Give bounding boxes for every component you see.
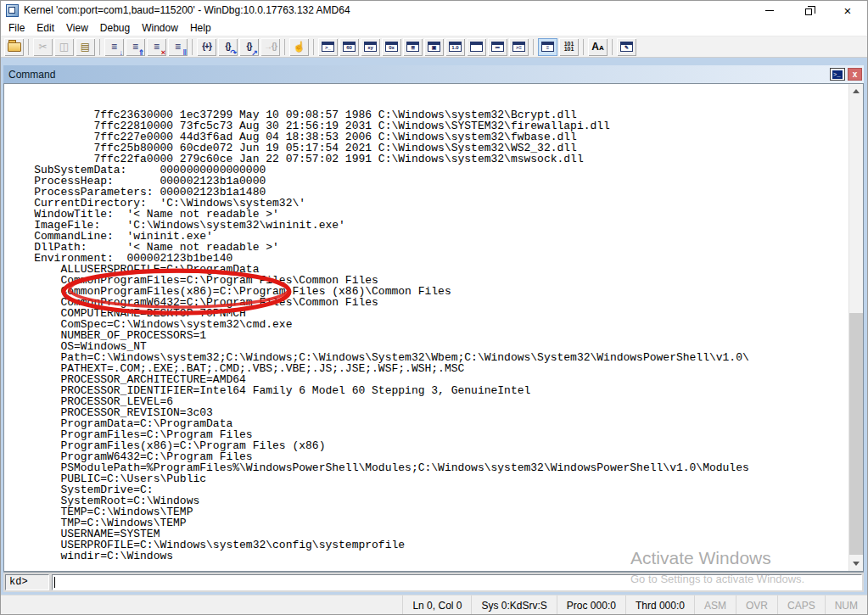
toolbar-separator (313, 39, 314, 55)
cut-button: ✂ (33, 38, 53, 56)
vertical-scrollbar[interactable] (848, 84, 863, 571)
command-input-row: kd> (3, 572, 864, 592)
toolbar-separator (192, 39, 193, 55)
copy-button: ◫ (54, 38, 74, 56)
menu-debug[interactable]: Debug (94, 21, 136, 35)
menu-view[interactable]: View (60, 21, 94, 35)
command-window-title: Command (8, 69, 55, 81)
toolbar-separator (284, 39, 285, 55)
status-line-col: Ln 0, Col 0 (402, 595, 471, 615)
break-button[interactable]: ≡ ‖ (168, 38, 188, 56)
status-ovr: OVR (736, 595, 777, 615)
command-window-titlebar: Command >_ x (3, 65, 864, 83)
toolbar: ✂ ◫ ▤ ≡ ↓ ≡ ⇑ ≡ × ≡ ‖ {+} {} ↷ {} ↗ (1, 36, 867, 58)
toolbar-separator (533, 39, 534, 55)
stop-debugging-button[interactable]: ≡ × (147, 38, 166, 56)
command-window-button[interactable]: >_ (318, 38, 338, 56)
menu-help[interactable]: Help (184, 21, 217, 35)
command-browser-button[interactable]: >≡ (509, 38, 529, 56)
status-proc: Proc 000:0 (557, 595, 625, 615)
dock-button[interactable]: >_ (830, 68, 845, 81)
run-to-cursor-button: →{} (260, 38, 280, 56)
window-title: Kernel 'com:port=com1,baud=115200' - Win… (24, 4, 350, 16)
status-bar-spacer (1, 595, 402, 615)
restore-icon (805, 8, 812, 15)
command-prompt-icon: >_ (832, 70, 843, 79)
status-thrd: Thrd 000:0 (625, 595, 694, 615)
window-controls: × (750, 1, 867, 20)
kd-prompt: kd> (5, 574, 49, 590)
restore-button[interactable] (789, 1, 828, 20)
menu-edit[interactable]: Edit (31, 21, 60, 35)
scrollbar-track[interactable] (849, 98, 863, 556)
menu-bar: FileEditViewDebugWindowHelp (1, 20, 867, 36)
command-input[interactable] (52, 574, 862, 590)
go-button[interactable]: ≡ ↓ (104, 38, 124, 56)
toolbar-separator (612, 39, 613, 55)
paste-button[interactable]: ▤ (76, 38, 95, 56)
status-caps: CAPS (777, 595, 825, 615)
console-output-panel: 7ffc23630000 1ec37299 May 10 09:08:57 19… (3, 83, 864, 572)
step-into-button[interactable]: {+} (197, 38, 216, 56)
minimize-button[interactable] (750, 1, 789, 20)
edit-breakpoint-button[interactable]: ☝ (289, 38, 309, 56)
step-over-button[interactable]: {} ↷ (218, 38, 238, 56)
command-window-close-button[interactable]: x (848, 68, 862, 81)
scroll-up-button[interactable] (849, 84, 863, 98)
toolbar-separator (583, 39, 584, 55)
scratch-pad-button[interactable] (467, 38, 486, 56)
close-button[interactable]: × (828, 1, 867, 20)
registers-window-button[interactable]: 0x (382, 38, 401, 56)
toolbar-separator (99, 39, 100, 55)
windbg-app-icon (6, 4, 19, 17)
open-source-file-button[interactable] (4, 38, 24, 56)
options-button[interactable]: ✎ (617, 38, 636, 56)
status-bar: Ln 0, Col 0Sys 0:KdSrv:SProc 000:0Thrd 0… (1, 595, 867, 615)
scroll-down-button[interactable] (849, 556, 863, 571)
watch-window-button[interactable]: 60 (339, 38, 359, 56)
disassembly-window-button[interactable]: 1.0 (445, 38, 465, 56)
status-num: NUM (825, 595, 867, 615)
minimize-icon (765, 10, 774, 11)
processes-window-button[interactable]: ≔ (488, 38, 507, 56)
toolbar-separator (28, 39, 29, 55)
restart-button[interactable]: ≡ ⇑ (126, 38, 145, 56)
scrollbar-thumb[interactable] (849, 313, 863, 555)
command-window: Command >_ x 7ffc23630000 1ec37299 May 1… (3, 65, 864, 592)
memory-window-button[interactable]: ≣ (403, 38, 423, 56)
status-asm: ASM (694, 595, 736, 615)
menu-file[interactable]: File (3, 21, 31, 35)
windbg-window: Kernel 'com:port=com1,baud=115200' - Win… (0, 0, 868, 615)
status-sys: Sys 0:KdSrv:S (471, 595, 556, 615)
menu-window[interactable]: Window (136, 21, 184, 35)
number-format-button[interactable]: 101 101 (559, 38, 579, 56)
callstack-window-button[interactable]: ▣ (424, 38, 444, 56)
close-icon: × (844, 4, 852, 17)
console-line: windir=C:\Windows (8, 551, 848, 562)
text-caret (54, 577, 55, 588)
title-bar: Kernel 'com:port=com1,baud=115200' - Win… (1, 1, 867, 20)
mdi-area: Command >_ x 7ffc23630000 1ec37299 May 1… (1, 58, 867, 595)
font-button[interactable]: AA (588, 38, 608, 56)
step-out-button[interactable]: {} ↗ (239, 38, 259, 56)
source-mode-button[interactable]: ≡ (538, 38, 557, 56)
console-output: 7ffc23630000 1ec37299 May 10 09:08:57 19… (4, 84, 848, 571)
locals-window-button[interactable]: xy (361, 38, 380, 56)
